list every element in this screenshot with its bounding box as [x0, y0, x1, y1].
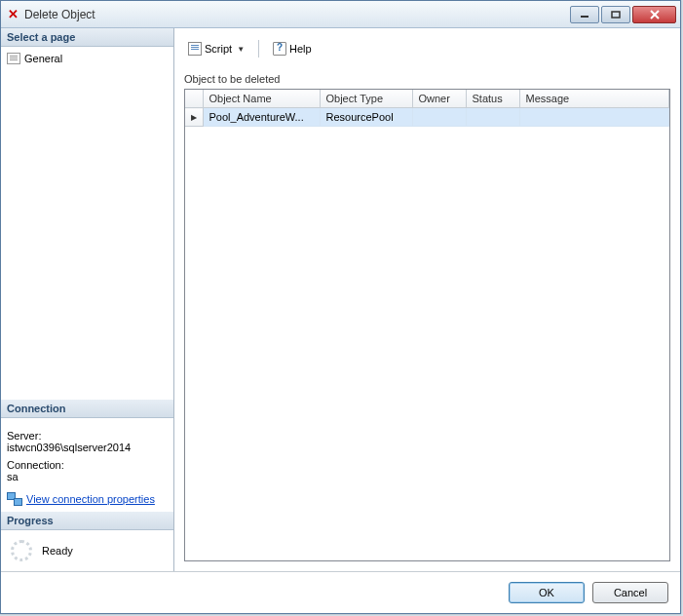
- sidebar: Select a page General Connection Server:…: [1, 28, 174, 571]
- progress-body: Ready: [1, 530, 173, 571]
- progress-spinner-icon: [11, 540, 32, 561]
- titlebar[interactable]: ✕ Delete Object: [1, 1, 680, 28]
- cell-status[interactable]: [466, 108, 519, 127]
- dialog-window: ✕ Delete Object Select a page General Co…: [0, 0, 681, 614]
- script-icon: [188, 42, 202, 56]
- view-connection-properties[interactable]: View connection properties: [7, 492, 168, 506]
- page-item-general[interactable]: General: [5, 51, 170, 66]
- view-connection-link[interactable]: View connection properties: [26, 493, 155, 505]
- network-icon: [7, 492, 22, 506]
- ok-button[interactable]: OK: [509, 582, 585, 603]
- cell-object-name[interactable]: Pool_AdventureW...: [203, 108, 320, 127]
- cell-owner[interactable]: [412, 108, 466, 127]
- button-bar: OK Cancel: [1, 571, 680, 613]
- col-object-type[interactable]: Object Type: [320, 90, 412, 108]
- table-row[interactable]: Pool_AdventureW... ResourcePool: [185, 108, 669, 127]
- script-label: Script: [205, 43, 232, 55]
- right-pane: Script ▼ Help Object to be deleted: [174, 28, 680, 571]
- connection-label: Connection:: [7, 459, 168, 471]
- page-label: General: [24, 53, 62, 64]
- server-value: istwcn0396\sqlserver2014: [7, 442, 168, 453]
- select-page-header: Select a page: [1, 28, 173, 47]
- close-button[interactable]: [632, 6, 676, 23]
- cancel-button[interactable]: Cancel: [592, 582, 668, 603]
- cell-object-type[interactable]: ResourcePool: [320, 108, 412, 127]
- script-button[interactable]: Script ▼: [184, 40, 248, 58]
- main-area: Select a page General Connection Server:…: [1, 28, 680, 571]
- page-icon: [7, 53, 20, 64]
- toolbar-divider: [258, 40, 259, 58]
- chevron-down-icon[interactable]: ▼: [237, 45, 245, 54]
- progress-status: Ready: [42, 545, 73, 557]
- content-area: Select a page General Connection Server:…: [1, 28, 680, 613]
- help-button[interactable]: Help: [269, 40, 316, 58]
- maximize-button[interactable]: [601, 6, 630, 23]
- delete-icon: ✕: [5, 7, 20, 22]
- table-caption: Object to be deleted: [184, 73, 670, 85]
- table-header-row: Object Name Object Type Owner Status Mes…: [185, 90, 669, 108]
- col-object-name[interactable]: Object Name: [203, 90, 320, 108]
- row-indicator-icon: [185, 108, 203, 127]
- connection-value: sa: [7, 471, 168, 482]
- help-icon: [273, 42, 286, 56]
- server-label: Server:: [7, 430, 168, 442]
- page-list: General: [1, 47, 173, 400]
- object-grid[interactable]: Object Name Object Type Owner Status Mes…: [184, 89, 670, 561]
- col-message[interactable]: Message: [519, 90, 669, 108]
- row-selector-header: [185, 90, 203, 108]
- col-status[interactable]: Status: [466, 90, 519, 108]
- toolbar: Script ▼ Help: [184, 36, 670, 67]
- help-label: Help: [289, 43, 312, 55]
- cell-message[interactable]: [519, 108, 669, 127]
- minimize-button[interactable]: [570, 6, 599, 23]
- window-buttons: [570, 6, 676, 23]
- progress-header: Progress: [1, 512, 173, 530]
- table-area: Object to be deleted Object Name Object …: [184, 67, 670, 561]
- connection-header: Connection: [1, 400, 173, 418]
- window-title: Delete Object: [24, 8, 570, 21]
- col-owner[interactable]: Owner: [412, 90, 466, 108]
- svg-rect-1: [612, 12, 620, 18]
- connection-body: Server: istwcn0396\sqlserver2014 Connect…: [1, 418, 173, 512]
